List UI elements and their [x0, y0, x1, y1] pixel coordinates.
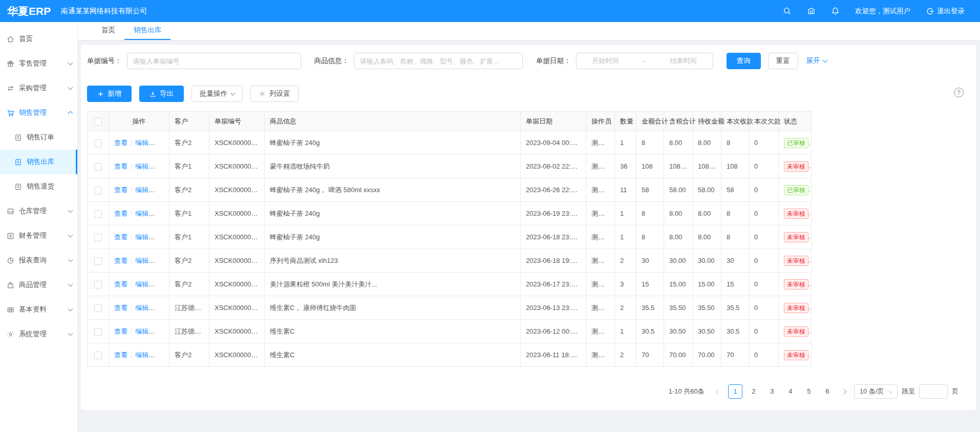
view-link[interactable]: 查看: [114, 327, 127, 335]
row-checkbox[interactable]: [94, 304, 102, 312]
view-link[interactable]: 查看: [114, 351, 127, 359]
edit-link[interactable]: 编辑: [135, 351, 155, 359]
cell-qty: 1: [615, 225, 636, 249]
bank-icon[interactable]: [807, 7, 816, 15]
search-button[interactable]: 查询: [727, 53, 761, 69]
edit-link[interactable]: 编辑: [135, 139, 155, 147]
expand-link[interactable]: 展开: [806, 56, 827, 66]
edit-link[interactable]: 编辑: [135, 257, 155, 264]
copy-link[interactable]: 复制: [156, 280, 169, 288]
sidebar-item-finance[interactable]: 财务管理: [0, 223, 77, 248]
row-checkbox[interactable]: [94, 281, 102, 289]
bell-icon[interactable]: [831, 7, 840, 15]
edit-link[interactable]: 编辑: [135, 327, 155, 335]
col-header-bill-no: 单据编号: [209, 112, 265, 131]
page-button-2[interactable]: 2: [747, 384, 761, 399]
sidebar-item-sales[interactable]: 销售管理: [0, 100, 77, 125]
view-link[interactable]: 查看: [114, 280, 127, 288]
page-button-5[interactable]: 5: [802, 384, 816, 399]
row-checkbox[interactable]: [94, 163, 102, 171]
sidebar-item-system[interactable]: 系统管理: [0, 322, 77, 346]
tab-home[interactable]: 首页: [92, 22, 124, 40]
copy-link[interactable]: 复制: [156, 233, 169, 241]
sidebar-item-home[interactable]: 首页: [0, 27, 77, 51]
copy-link[interactable]: 复制: [156, 210, 169, 217]
select-all-checkbox[interactable]: [94, 118, 102, 126]
row-checkbox[interactable]: [94, 234, 102, 241]
jump-page-input[interactable]: [919, 384, 948, 399]
copy-link[interactable]: 复制: [156, 257, 169, 264]
view-link[interactable]: 查看: [114, 233, 127, 241]
copy-link[interactable]: 复制: [156, 304, 169, 312]
column-settings-button[interactable]: 列设置: [250, 86, 299, 102]
export-button[interactable]: 导出: [139, 86, 184, 102]
date-range-input[interactable]: 开始时间 ~ 结束时间: [576, 53, 713, 69]
view-link[interactable]: 查看: [114, 257, 127, 264]
sidebar-item-warehouse[interactable]: 仓库管理: [0, 199, 77, 223]
cell-operator: 测试用户: [586, 273, 615, 296]
copy-link[interactable]: 复制: [156, 351, 169, 359]
sidebar-item-basic-data[interactable]: 基本资料: [0, 297, 77, 322]
cell-operator: 测试用户: [586, 320, 615, 343]
edit-link[interactable]: 编辑: [135, 186, 155, 194]
view-link[interactable]: 查看: [114, 304, 127, 312]
view-link[interactable]: 查看: [114, 186, 127, 194]
cell-date: 2023-06-12 00:08:21: [521, 320, 586, 343]
next-page-button[interactable]: [839, 390, 850, 394]
table-row: 查看编辑复制删除 客户1 XSCK00000002969 蜂蜜柚子茶 240g …: [88, 202, 812, 225]
view-link[interactable]: 查看: [114, 139, 127, 147]
sidebar-item-sales-order[interactable]: 销售订单: [0, 125, 77, 150]
row-checkbox[interactable]: [94, 187, 102, 194]
sidebar-item-products[interactable]: 商品管理: [0, 273, 77, 297]
copy-link[interactable]: 复制: [156, 186, 169, 194]
cell-customer: 客户2: [169, 343, 209, 367]
cell-customer: 客户1: [169, 225, 209, 249]
sidebar-item-sales-return[interactable]: 销售退货: [0, 174, 77, 199]
prev-page-button[interactable]: [713, 390, 724, 394]
edit-link[interactable]: 编辑: [135, 233, 155, 241]
cell-date: 2023-06-18 19:49:39: [521, 249, 586, 273]
chevron-down-icon: [68, 331, 73, 336]
sidebar-item-sales-outbound[interactable]: 销售出库: [0, 150, 77, 174]
cell-receivable: 30.00: [693, 249, 721, 273]
search-icon[interactable]: [783, 7, 792, 15]
cell-date: 2023-06-17 23:15:31: [521, 273, 586, 296]
cell-receivable: 58.00: [693, 178, 721, 202]
edit-link[interactable]: 编辑: [135, 210, 155, 217]
view-link[interactable]: 查看: [114, 162, 127, 170]
cell-received: 15: [721, 273, 749, 296]
date-start-placeholder: 开始时间: [592, 56, 619, 66]
view-link[interactable]: 查看: [114, 210, 127, 217]
edit-link[interactable]: 编辑: [135, 280, 155, 288]
logout-button[interactable]: 退出登录: [926, 7, 965, 16]
sidebar-item-retail[interactable]: 零售管理: [0, 51, 77, 76]
page-button-4[interactable]: 4: [783, 384, 798, 399]
reset-button[interactable]: 重置: [768, 53, 798, 69]
edit-link[interactable]: 编辑: [135, 304, 155, 312]
row-checkbox[interactable]: [94, 328, 102, 336]
page-button-1[interactable]: 1: [728, 384, 742, 399]
page-button-6[interactable]: 6: [820, 384, 835, 399]
sidebar-item-purchase[interactable]: 采购管理: [0, 76, 77, 100]
tab-sales-outbound[interactable]: 销售出库: [124, 22, 171, 40]
copy-link[interactable]: 复制: [156, 327, 169, 335]
cell-bill-no: XSCK00000002788: [209, 296, 265, 320]
row-checkbox[interactable]: [94, 257, 102, 265]
add-button[interactable]: 新增: [87, 86, 132, 102]
edit-link[interactable]: 编辑: [135, 162, 155, 170]
sidebar-item-reports[interactable]: 报表查询: [0, 248, 77, 273]
help-icon[interactable]: ?: [954, 88, 964, 97]
batch-operation-button[interactable]: 批量操作: [191, 86, 243, 102]
product-info-input[interactable]: [354, 53, 523, 69]
bill-no-input[interactable]: [127, 53, 301, 69]
cell-bill-no: XSCK00000003075: [209, 178, 265, 202]
page-button-3[interactable]: 3: [765, 384, 779, 399]
copy-link[interactable]: 复制: [156, 139, 169, 147]
row-checkbox[interactable]: [94, 352, 102, 359]
cell-date: 2023-06-11 18:38:49: [521, 343, 586, 367]
copy-link[interactable]: 复制: [156, 162, 169, 170]
row-checkbox[interactable]: [94, 139, 102, 147]
row-checkbox[interactable]: [94, 210, 102, 218]
page-size-select[interactable]: 10 条/页: [854, 384, 898, 399]
col-header-customer: 客户: [169, 112, 209, 131]
